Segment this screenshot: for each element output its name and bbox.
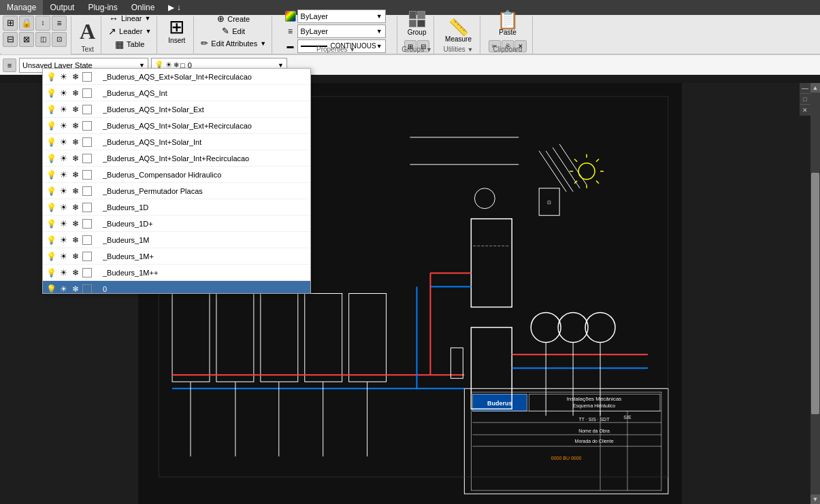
- layer-freeze-icon[interactable]: ☀: [58, 268, 69, 278]
- layer-freeze-icon[interactable]: ☀: [58, 235, 69, 245]
- layer-visibility-icon[interactable]: 💡: [46, 154, 56, 163]
- layer-color-swatch[interactable]: [82, 203, 92, 212]
- layer-visibility-icon[interactable]: 💡: [46, 252, 56, 261]
- layer-lock-icon[interactable]: ❄: [70, 154, 81, 163]
- layer-freeze-icon[interactable]: ☀: [58, 88, 69, 98]
- layer-color-swatch[interactable]: [82, 284, 92, 294]
- layer-visibility-icon[interactable]: 💡: [46, 105, 56, 114]
- layer-list-item[interactable]: 💡 ☀ ❄ _Budeurs_1M++: [43, 265, 310, 281]
- layer-freeze-icon[interactable]: ☀: [58, 170, 69, 180]
- menu-extra[interactable]: ▶ ↓: [161, 0, 187, 15]
- table-btn[interactable]: ▦ Table: [114, 38, 146, 50]
- layer-visibility-icon[interactable]: 💡: [46, 170, 56, 180]
- layer-lock-icon[interactable]: ❄: [70, 170, 81, 180]
- layer-lock-icon[interactable]: ❄: [70, 72, 81, 82]
- scroll-down-arrow[interactable]: ▼: [810, 494, 820, 504]
- layer-lock-icon[interactable]: ❄: [70, 235, 81, 245]
- layer-toolbar-btn5[interactable]: ⊟: [3, 32, 18, 47]
- layer-list-item[interactable]: 💡 ☀ ❄ _Buderus_AQS_Int+Solar_Int: [43, 134, 310, 150]
- layer-freeze-icon[interactable]: ☀: [58, 72, 69, 82]
- create-btn[interactable]: ⊕ Create: [216, 13, 251, 24]
- layer-lock-icon[interactable]: ❄: [70, 137, 81, 147]
- layer-color-swatch[interactable]: [82, 268, 92, 278]
- paste-btn[interactable]: 📋 Paste: [494, 10, 521, 37]
- layer-list-item[interactable]: 💡 ☀ ❄ _Budeurs_1M+: [43, 248, 310, 265]
- layer-color-swatch[interactable]: [82, 105, 92, 114]
- close-btn[interactable]: ✕: [800, 105, 810, 116]
- layer-list-item[interactable]: 💡 ☀ ❄ _Buderus_Permutador Placas: [43, 183, 310, 199]
- layer-lock-icon[interactable]: ❄: [70, 88, 81, 98]
- linear-btn[interactable]: ↔ Linear ▼: [108, 12, 152, 24]
- edit-btn[interactable]: ✎ Edit: [220, 25, 246, 37]
- minimize-btn[interactable]: —: [800, 83, 810, 94]
- layer-toolbar-btn4[interactable]: ≡: [52, 16, 67, 31]
- layer-lock-icon[interactable]: ❄: [70, 268, 81, 278]
- layer-freeze-icon[interactable]: ☀: [58, 121, 69, 131]
- scroll-thumb[interactable]: [811, 173, 819, 414]
- layer-color-swatch[interactable]: [82, 170, 92, 180]
- menu-output[interactable]: Output: [43, 0, 81, 15]
- layer-visibility-icon[interactable]: 💡: [46, 88, 56, 98]
- layer-toolbar-btn7[interactable]: ◫: [35, 32, 50, 47]
- layer-color-swatch[interactable]: [82, 219, 92, 229]
- layer-toolbar-btn8[interactable]: ⊡: [52, 32, 67, 47]
- layer-lock-icon[interactable]: ❄: [70, 121, 81, 131]
- layer-toolbar-btn3[interactable]: ↕: [35, 16, 50, 31]
- layer-list-item[interactable]: 💡 ☀ ❄ _Budeurs_1D: [43, 199, 310, 216]
- layer-lock-icon[interactable]: ❄: [70, 284, 81, 294]
- layer-visibility-icon[interactable]: 💡: [46, 121, 56, 131]
- scroll-up-arrow[interactable]: ▲: [810, 83, 820, 93]
- group-btn[interactable]: Group: [405, 10, 429, 37]
- layer-color-swatch[interactable]: [82, 72, 92, 82]
- layer-list-item[interactable]: 💡 ☀ ❄ _Buderus_AQS_Int: [43, 85, 310, 101]
- leader-btn[interactable]: ↗ Leader ▼: [107, 25, 152, 37]
- layer-visibility-icon[interactable]: 💡: [46, 235, 56, 245]
- layer-lock-icon[interactable]: ❄: [70, 186, 81, 196]
- layer-visibility-icon[interactable]: 💡: [46, 268, 56, 278]
- layer-visibility-icon[interactable]: 💡: [46, 186, 56, 196]
- layer-list-item[interactable]: 💡 ☀ ❄ _Buderus_AQS_Int+Solar_Ext: [43, 101, 310, 118]
- layer-list-item[interactable]: 💡 ☀ ❄ 0: [43, 281, 310, 293]
- insert-btn[interactable]: ⊞ Insert: [165, 16, 188, 46]
- edit-attributes-btn[interactable]: ✏ Edit Attributes ▼: [199, 37, 267, 49]
- layer-freeze-icon[interactable]: ☀: [58, 137, 69, 147]
- layer-freeze-icon[interactable]: ☀: [58, 252, 69, 261]
- layer-list-item[interactable]: 💡 ☀ ❄ _Budeurs_1D+: [43, 216, 310, 232]
- layer-list-item[interactable]: 💡 ☀ ❄ _Budeurs_1M: [43, 232, 310, 248]
- layer-visibility-icon[interactable]: 💡: [46, 137, 56, 147]
- layer-lock-icon[interactable]: ❄: [70, 105, 81, 114]
- layer-freeze-icon[interactable]: ☀: [58, 154, 69, 163]
- text-btn[interactable]: A: [80, 20, 95, 42]
- layer-toolbar-btn2[interactable]: 🔒: [19, 16, 34, 31]
- layer-color-swatch[interactable]: [82, 137, 92, 147]
- layer-visibility-icon[interactable]: 💡: [46, 219, 56, 229]
- layer-color-swatch[interactable]: [82, 88, 92, 98]
- layer-visibility-icon[interactable]: 💡: [46, 72, 56, 82]
- layer-freeze-icon[interactable]: ☀: [58, 105, 69, 114]
- layer-list-item[interactable]: 💡 ☀ ❄ _Buderus_Compensador Hidraulico: [43, 167, 310, 183]
- linetype-dropdown[interactable]: ByLayer ▼: [297, 24, 386, 38]
- layer-color-swatch[interactable]: [82, 186, 92, 196]
- layer-visibility-icon[interactable]: 💡: [46, 203, 56, 212]
- layer-list-item[interactable]: 💡 ☀ ❄ _Buderus_AQS_Int+Solar_Ext+Recircu…: [43, 118, 310, 134]
- layer-color-swatch[interactable]: [82, 121, 92, 131]
- layer-freeze-icon[interactable]: ☀: [58, 203, 69, 212]
- layer-color-swatch[interactable]: [82, 154, 92, 163]
- layer-color-swatch[interactable]: [82, 235, 92, 245]
- layer-color-swatch[interactable]: [82, 252, 92, 261]
- layer-freeze-btn[interactable]: ≡: [3, 58, 16, 72]
- layer-lock-icon[interactable]: ❄: [70, 203, 81, 212]
- menu-manage[interactable]: Manage: [0, 0, 43, 15]
- measure-btn[interactable]: 📏 Measure: [442, 18, 474, 44]
- vertical-scrollbar[interactable]: ▲ ▼: [810, 83, 820, 504]
- layer-freeze-icon[interactable]: ☀: [58, 284, 69, 294]
- layer-toolbar-btn6[interactable]: ⊠: [19, 32, 34, 47]
- layer-lock-icon[interactable]: ❄: [70, 219, 81, 229]
- color-dropdown[interactable]: ByLayer ▼: [297, 10, 386, 23]
- layer-list-item[interactable]: 💡 ☀ ❄ _Buderus_AQS_Int+Solar_Int+Recircu…: [43, 150, 310, 167]
- maximize-btn[interactable]: □: [800, 94, 810, 105]
- layer-lock-icon[interactable]: ❄: [70, 252, 81, 261]
- layer-toolbar-btn1[interactable]: ⊞: [3, 16, 18, 31]
- layer-freeze-icon[interactable]: ☀: [58, 219, 69, 229]
- layer-list-scroll[interactable]: 💡 ☀ ❄ _Buderus_AQS_Ext+Solar_Int+Recircu…: [43, 69, 310, 293]
